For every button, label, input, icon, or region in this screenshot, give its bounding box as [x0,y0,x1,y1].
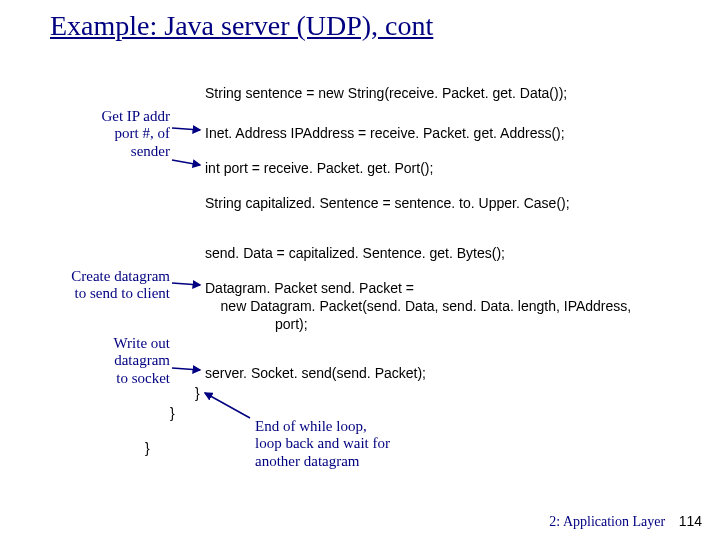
svg-line-1 [172,160,200,165]
annotation-text: Get IP addr [101,108,170,124]
annotation-end-loop: End of while loop, loop back and wait fo… [255,418,485,470]
code-line-3: int port = receive. Packet. get. Port(); [205,160,433,176]
annotation-text: Create datagram [71,268,170,284]
code-line-5: send. Data = capitalized. Sentence. get.… [205,245,505,261]
slide-footer: 2: Application Layer 114 [549,513,702,530]
chapter-label: 2: Application Layer [549,514,665,529]
code-line-1: String sentence = new String(receive. Pa… [205,85,567,101]
annotation-text: End of while loop, [255,418,367,434]
code-line-6: Datagram. Packet send. Packet = [205,280,414,296]
code-line-11: } [170,405,175,421]
code-line-12: } [145,440,150,456]
annotation-get-ip: Get IP addr port #, of sender [40,108,170,160]
code-line-10: } [195,385,200,401]
annotation-text: loop back and wait for [255,435,390,451]
annotation-text: port #, of [115,125,170,141]
annotation-write-out: Write out datagram to socket [55,335,170,387]
annotation-text: to socket [116,370,170,386]
svg-line-3 [172,368,200,370]
slide-title: Example: Java server (UDP), cont [50,10,433,42]
annotation-text: another datagram [255,453,360,469]
annotation-create-datagram: Create datagram to send to client [15,268,170,303]
annotation-text: Write out [114,335,170,351]
code-line-9: server. Socket. send(send. Packet); [205,365,426,381]
code-line-8: port); [275,316,308,332]
page-number: 114 [679,513,702,529]
code-line-7: new Datagram. Packet(send. Data, send. D… [205,298,631,314]
code-line-2: Inet. Address IPAddress = receive. Packe… [205,125,565,141]
svg-line-2 [172,283,200,285]
svg-line-0 [172,128,200,130]
svg-line-4 [205,393,250,418]
annotation-text: to send to client [75,285,170,301]
annotation-text: datagram [114,352,170,368]
annotation-text: sender [131,143,170,159]
code-line-4: String capitalized. Sentence = sentence.… [205,195,570,211]
